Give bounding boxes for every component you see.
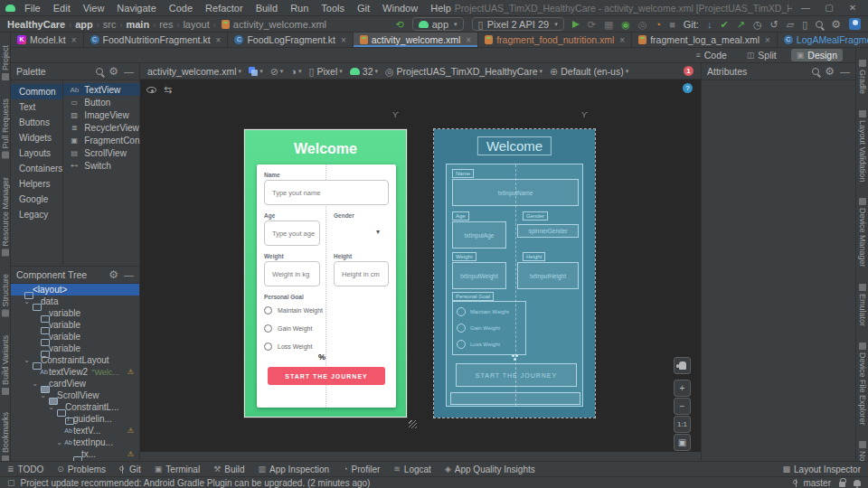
personal-goal-label[interactable]: Personal Goal xyxy=(264,294,304,300)
tool-window-terminal[interactable]: ▣Terminal xyxy=(155,465,200,474)
settings-gear-icon[interactable]: ⚙ xyxy=(831,19,841,30)
personal-goal-label-blueprint[interactable]: Personal Goal xyxy=(452,292,494,301)
bottom-container-blueprint[interactable] xyxy=(450,392,580,405)
device-mirror-icon[interactable]: ▯ xyxy=(802,16,807,33)
menu-file[interactable]: File xyxy=(24,3,41,14)
expander-icon[interactable]: ⌄ xyxy=(23,356,31,364)
goal-radio-blueprint-loss-weight[interactable]: Loss Weight xyxy=(453,336,525,352)
gender-spinner[interactable]: ▾ xyxy=(376,228,380,236)
palette-category-layouts[interactable]: Layouts xyxy=(11,145,62,161)
git-commit-icon[interactable]: ✔ xyxy=(720,16,728,33)
mode-split[interactable]: ◫Split xyxy=(741,49,782,61)
tool-window-build[interactable]: ⚒Build xyxy=(213,465,244,474)
palette-item-scrollview[interactable]: ▤ScrollView xyxy=(63,146,146,159)
menu-view[interactable]: View xyxy=(83,3,105,14)
tool-window-app-quality-insights[interactable]: ◈App Quality Insights xyxy=(445,465,535,474)
close-icon[interactable]: × xyxy=(341,35,346,45)
palette-category-common[interactable]: Common xyxy=(11,84,62,99)
gear-icon[interactable]: ⚙ xyxy=(108,66,118,77)
zoom-fit-button[interactable]: ▣ xyxy=(674,434,691,451)
surface-select-dropdown[interactable]: ▾ xyxy=(249,67,263,76)
view-options-eye-icon[interactable] xyxy=(146,84,156,95)
blueprint-form-card[interactable]: Name txtInputName Age txtInputAge Gender… xyxy=(446,164,583,407)
zoom-out-button[interactable]: − xyxy=(674,398,691,415)
expander-icon[interactable]: ⌄ xyxy=(55,438,63,446)
menu-code[interactable]: Code xyxy=(169,3,193,14)
design-preview-phone[interactable]: Welcome Name Type yout name Age Type you… xyxy=(244,129,407,418)
close-icon[interactable]: × xyxy=(71,35,77,45)
tool-tab-project[interactable]: Project xyxy=(1,45,10,80)
zoom-ratio-button[interactable]: 1:1 xyxy=(674,416,691,433)
blueprint-preview-phone[interactable]: Welcome Name txtInputName Age txtInputAg… xyxy=(434,129,595,418)
tree-node-textinpu[interactable]: ⌄AbtextInpu... xyxy=(11,436,139,448)
tool-window-app-inspection[interactable]: ▥App Inspection xyxy=(258,465,329,474)
start-journey-button[interactable]: START THE JOURNEY xyxy=(268,367,385,385)
expander-icon[interactable]: ⌄ xyxy=(31,380,39,388)
menu-edit[interactable]: Edit xyxy=(53,3,71,14)
palette-item-switch[interactable]: ⊷Switch xyxy=(63,159,146,172)
tree-node-constraintl[interactable]: ⌄ConstraintL... xyxy=(11,401,139,413)
age-input-blueprint[interactable]: txtInputAge xyxy=(452,221,506,249)
tree-node-variable[interactable]: variable xyxy=(11,307,139,319)
tool-tab-structure[interactable]: Structure xyxy=(1,274,10,317)
goal-radio-blueprint-maintain-weight[interactable]: Maintain Weight xyxy=(453,304,525,320)
apply-changes-icon[interactable]: ⟳ xyxy=(588,16,596,33)
palette-category-text[interactable]: Text xyxy=(11,99,62,115)
height-label-blueprint[interactable]: Height xyxy=(523,252,545,261)
mode-design[interactable]: ▣Design xyxy=(791,49,843,61)
gender-spinner-blueprint[interactable]: spinnerGender xyxy=(517,224,579,238)
progress-indicator-blueprint[interactable] xyxy=(512,354,514,357)
tree-node-scrollview[interactable]: ⌄ScrollView xyxy=(11,389,139,401)
tree-node-constraintlayout[interactable]: ⌄ConstraintLayout xyxy=(11,354,139,366)
palette-item-recyclerview[interactable]: ≣RecyclerView xyxy=(63,121,146,134)
tab-logamealfragment-kt[interactable]: CLogAMealFragment.kt× xyxy=(778,33,868,47)
status-message[interactable]: Project update recommended: Android Grad… xyxy=(21,478,371,488)
stop-icon[interactable]: ■ xyxy=(669,16,675,33)
tool-window-todo[interactable]: ≣TODO xyxy=(7,465,43,474)
goal-radio-gain-weight[interactable]: Gain Weight xyxy=(264,319,323,337)
age-input[interactable]: Type yout age xyxy=(264,221,320,246)
pan-mode-icon[interactable]: ⇆ xyxy=(164,81,172,98)
tab-fragment-food-nutrition-xml[interactable]: fragment_food_nutrition.xml× xyxy=(478,33,632,47)
hide-panel-icon[interactable]: — xyxy=(840,66,850,77)
breadcrumb-item-layout[interactable]: layout xyxy=(183,19,209,30)
git-push-icon[interactable]: ↗ xyxy=(737,16,745,33)
git-branch-widget[interactable]: master xyxy=(793,478,831,488)
tree-node-tx[interactable]: tx...⚠ xyxy=(11,448,139,460)
tree-node-textview2[interactable]: AbtextView2"Welc...⚠ xyxy=(11,366,139,378)
weight-input[interactable]: Weight in kg xyxy=(264,261,320,286)
tool-tab-bookmarks[interactable]: Bookmarks xyxy=(1,412,10,463)
tool-tab-resource-manager[interactable]: Resource Manager xyxy=(1,177,10,257)
error-count-badge[interactable]: 1 xyxy=(684,66,693,76)
device-dropdown[interactable]: ▯ Pixel 2 API 29 ▾ xyxy=(472,17,564,31)
search-icon[interactable] xyxy=(812,68,819,75)
mode-code[interactable]: ≡Code xyxy=(690,49,731,61)
tool-tab-emulator[interactable]: Emulator xyxy=(858,284,867,326)
tree-node-textv[interactable]: AbtextV...⚠ xyxy=(11,425,139,436)
close-button[interactable]: ✕ xyxy=(843,3,863,13)
gear-icon[interactable]: ⚙ xyxy=(825,66,835,77)
breadcrumb-item-main[interactable]: main xyxy=(126,19,149,30)
palette-category-widgets[interactable]: Widgets xyxy=(11,130,62,145)
tab-activity-welcome-xml[interactable]: activity_welcome.xml× xyxy=(354,33,478,47)
tool-tab-device-file-explorer[interactable]: Device File Explorer xyxy=(858,343,867,426)
profiler-icon[interactable]: ◔ xyxy=(656,16,662,33)
name-input[interactable]: Type yout name xyxy=(264,180,389,205)
menu-git[interactable]: Git xyxy=(357,3,370,14)
pan-tool-button[interactable] xyxy=(674,357,691,374)
palette-item-fragmentcon[interactable]: ▣FragmentCon... xyxy=(63,134,146,146)
height-label[interactable]: Height xyxy=(334,253,352,259)
breadcrumb-item-src[interactable]: src xyxy=(103,19,117,30)
night-mode-dropdown[interactable]: ◑ ▾ xyxy=(290,63,301,80)
welcome-title-blueprint[interactable]: Welcome xyxy=(477,136,552,155)
device-for-preview-dropdown[interactable]: ▯ Pixel ▾ xyxy=(309,63,343,80)
history-icon[interactable]: ◷ xyxy=(753,16,762,33)
weight-label-blueprint[interactable]: Weight xyxy=(452,252,476,261)
tree-node-variable[interactable]: variable xyxy=(11,343,139,354)
radio-button-icon[interactable] xyxy=(264,306,272,314)
tree-node-variable[interactable]: variable xyxy=(11,331,139,343)
tree-node-guidelin[interactable]: Iguidelin... xyxy=(11,413,139,425)
breadcrumb-item-res[interactable]: res xyxy=(159,19,173,30)
orientation-dropdown[interactable]: ⊘ ▾ xyxy=(270,63,284,80)
name-label-blueprint[interactable]: Name xyxy=(452,169,474,178)
